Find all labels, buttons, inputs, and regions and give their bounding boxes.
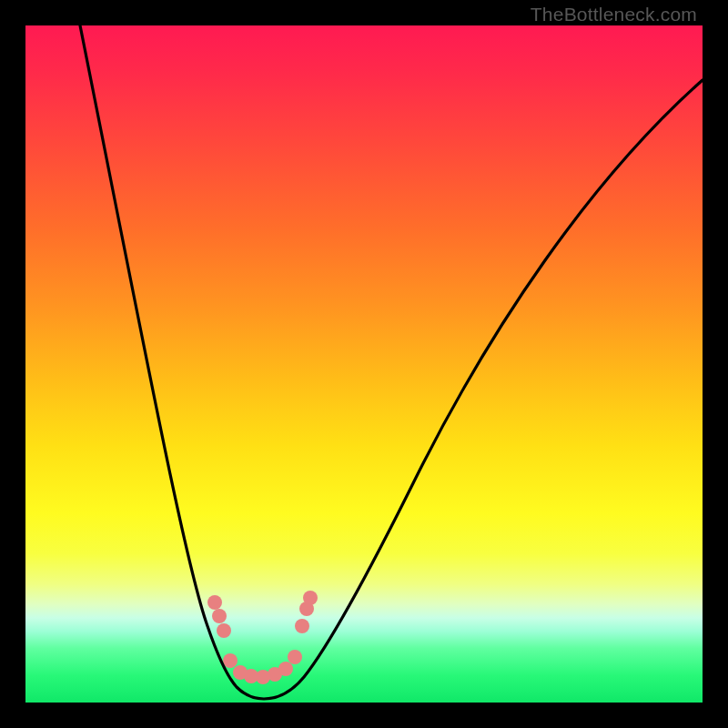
bottleneck-curve	[78, 25, 703, 699]
data-marker	[212, 609, 227, 623]
data-marker	[278, 662, 293, 676]
data-marker	[288, 650, 302, 664]
data-marker	[295, 619, 309, 633]
chart-frame: TheBottleneck.com	[0, 0, 728, 728]
watermark-label: TheBottleneck.com	[531, 4, 697, 25]
data-marker	[303, 591, 318, 605]
plot-area	[25, 25, 703, 703]
data-marker	[207, 595, 222, 610]
data-marker	[223, 653, 238, 668]
chart-curves	[25, 25, 703, 703]
data-marker	[217, 623, 231, 638]
